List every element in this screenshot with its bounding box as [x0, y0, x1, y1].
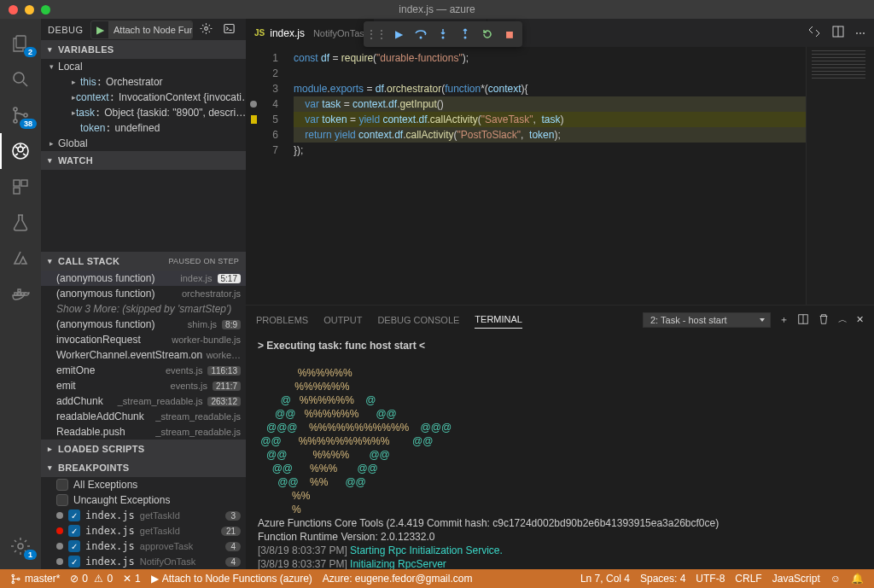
terminal-selector[interactable]: 2: Task - host start — [643, 312, 771, 328]
cursor-position[interactable]: Ln 7, Col 4 — [575, 573, 635, 585]
var-this[interactable]: ▸this:Orchestrator — [41, 74, 246, 90]
svg-rect-19 — [224, 24, 234, 32]
restart-button[interactable] — [477, 24, 498, 44]
stack-frame[interactable]: readableAddChunk_stream_readable.js — [41, 409, 246, 424]
extensions-icon[interactable] — [0, 169, 41, 205]
loaded-scripts-section: ▸LOADED SCRIPTS — [41, 440, 246, 458]
conflicts-status[interactable]: ✕ 1 — [118, 573, 146, 585]
continue-button[interactable]: ▶ — [388, 24, 409, 44]
stack-frame[interactable]: addChunk_stream_readable.js263:12 — [41, 393, 246, 409]
breakpoint-item[interactable]: ✓index.jsgetTaskId3 — [41, 508, 246, 523]
bp-all-exceptions[interactable]: All Exceptions — [41, 477, 246, 492]
stack-frame[interactable]: (anonymous function)shim.js8:9 — [41, 317, 246, 332]
stack-frame[interactable]: emitOneevents.js116:13 — [41, 363, 246, 378]
debug-header: DEBUG ▶ Attach to Node Fun — [41, 19, 246, 40]
feedback-icon[interactable]: ☺ — [825, 573, 846, 585]
svg-point-1 — [442, 37, 445, 39]
svg-point-5 — [14, 108, 17, 111]
svg-rect-11 — [21, 180, 27, 186]
compare-icon[interactable] — [807, 25, 821, 41]
breakpoint-item[interactable]: ✓index.jsgetTaskId21 — [41, 523, 246, 539]
svg-rect-16 — [18, 289, 20, 292]
breakpoint-item[interactable]: ✓index.jsapproveTask4 — [41, 539, 246, 554]
close-panel-icon[interactable]: ✕ — [856, 314, 864, 325]
kill-terminal-icon[interactable] — [818, 313, 830, 327]
notifications-icon[interactable]: 🔔 — [846, 573, 869, 585]
loaded-scripts-header[interactable]: ▸LOADED SCRIPTS — [41, 440, 246, 458]
explorer-icon[interactable]: 2 — [0, 26, 41, 61]
var-task[interactable]: ▸task:Object {taskid: "8900", descri… — [41, 105, 246, 120]
svg-point-0 — [420, 37, 422, 39]
source-control-icon[interactable]: 38 — [0, 97, 41, 133]
tab-terminal[interactable]: TERMINAL — [475, 311, 522, 329]
settings-icon[interactable]: 1 — [0, 528, 41, 564]
step-out-button[interactable] — [455, 24, 475, 44]
split-terminal-icon[interactable] — [797, 313, 809, 327]
eol-status[interactable]: CRLF — [730, 573, 766, 585]
editor-tabs: JSindex.jsNotifyOnTas JSindex.jsHttpStar… — [246, 19, 874, 47]
debug-console-icon[interactable] — [219, 22, 239, 38]
stack-frame[interactable]: Show 3 More: (skipped by 'smartStep') — [41, 301, 246, 317]
status-bar: master* ⊘ 0 ⚠ 0 ✕ 1 ▶ Attach to Node Fun… — [0, 569, 874, 588]
breakpoint-gutter[interactable] — [246, 47, 261, 305]
scope-local[interactable]: ▾Local — [41, 59, 246, 74]
tab-problems[interactable]: PROBLEMS — [256, 311, 308, 329]
azure-icon[interactable] — [0, 241, 41, 277]
svg-point-6 — [14, 119, 17, 123]
search-icon[interactable] — [0, 61, 41, 97]
window-controls[interactable] — [9, 5, 50, 15]
debug-settings-icon[interactable] — [196, 22, 216, 38]
var-token[interactable]: token:undefined — [41, 120, 246, 136]
step-over-button[interactable] — [411, 24, 431, 44]
svg-point-17 — [18, 544, 23, 549]
watch-header[interactable]: ▾WATCH — [41, 151, 246, 170]
svg-point-22 — [12, 574, 14, 576]
watch-section: ▾WATCH — [41, 151, 246, 252]
azure-status[interactable]: Azure: eugene.fedor@gmail.com — [318, 573, 478, 585]
minimap[interactable] — [806, 47, 874, 305]
stack-frame[interactable]: (anonymous function)index.js5:17 — [41, 271, 246, 286]
split-icon[interactable] — [831, 25, 845, 41]
svg-point-4 — [14, 73, 24, 83]
breakpoint-item[interactable]: ✓index.jsNotifyOnTask4 — [41, 554, 246, 569]
language-status[interactable]: JavaScript — [767, 573, 825, 585]
debug-icon[interactable] — [0, 133, 41, 169]
tab-debug-console[interactable]: DEBUG CONSOLE — [377, 311, 459, 329]
tab-output[interactable]: OUTPUT — [323, 311, 362, 329]
bp-uncaught-exceptions[interactable]: Uncaught Exceptions — [41, 492, 246, 508]
tab-index-notify[interactable]: JSindex.jsNotifyOnTas — [246, 19, 374, 47]
var-context[interactable]: ▸context:InvocationContext {invocati… — [41, 90, 246, 105]
svg-point-2 — [464, 37, 467, 39]
step-into-button[interactable] — [433, 24, 453, 44]
stack-frame[interactable]: invocationRequestworker-bundle.js — [41, 332, 246, 347]
debug-config-selector[interactable]: ▶ Attach to Node Fun — [90, 20, 193, 39]
more-icon[interactable]: ⋯ — [855, 27, 865, 39]
code-editor[interactable]: 1234567 const df = require("durable-func… — [246, 47, 874, 305]
stack-frame[interactable]: (anonymous function)orchestrator.js — [41, 286, 246, 301]
attach-status[interactable]: ▶ Attach to Node Functions (azure) — [146, 573, 318, 585]
stack-frame[interactable]: Readable.push_stream_readable.js — [41, 424, 246, 440]
callstack-header[interactable]: ▾CALL STACKPAUSED ON STEP — [41, 252, 246, 271]
new-terminal-icon[interactable]: ＋ — [779, 313, 789, 326]
scope-global[interactable]: ▸Global — [41, 136, 246, 151]
titlebar: index.js — azure — [0, 0, 874, 19]
line-numbers: 1234567 — [261, 47, 290, 305]
svg-rect-3 — [16, 36, 26, 48]
debug-toolbar[interactable]: ⋮⋮ ▶ ◼ — [364, 21, 522, 47]
indentation-status[interactable]: Spaces: 4 — [635, 573, 690, 585]
svg-point-23 — [12, 581, 14, 583]
docker-icon[interactable] — [0, 277, 41, 312]
stop-button[interactable]: ◼ — [499, 24, 520, 44]
test-icon[interactable] — [0, 205, 41, 241]
maximize-panel-icon[interactable]: ︿ — [838, 313, 848, 326]
breakpoints-header[interactable]: ▾BREAKPOINTS — [41, 458, 246, 477]
stack-frame[interactable]: WorkerChannel.eventStream.onworke… — [41, 347, 246, 363]
encoding-status[interactable]: UTF-8 — [690, 573, 730, 585]
stack-frame[interactable]: emitevents.js211:7 — [41, 378, 246, 393]
branch-status[interactable]: master* — [5, 573, 65, 585]
errors-status[interactable]: ⊘ 0 ⚠ 0 — [65, 573, 118, 585]
svg-point-24 — [18, 578, 20, 579]
grip-icon[interactable]: ⋮⋮ — [366, 24, 387, 44]
terminal-output[interactable]: > Executing task: func host start < %%%%… — [246, 334, 874, 569]
variables-header[interactable]: ▾VARIABLES — [41, 40, 246, 59]
